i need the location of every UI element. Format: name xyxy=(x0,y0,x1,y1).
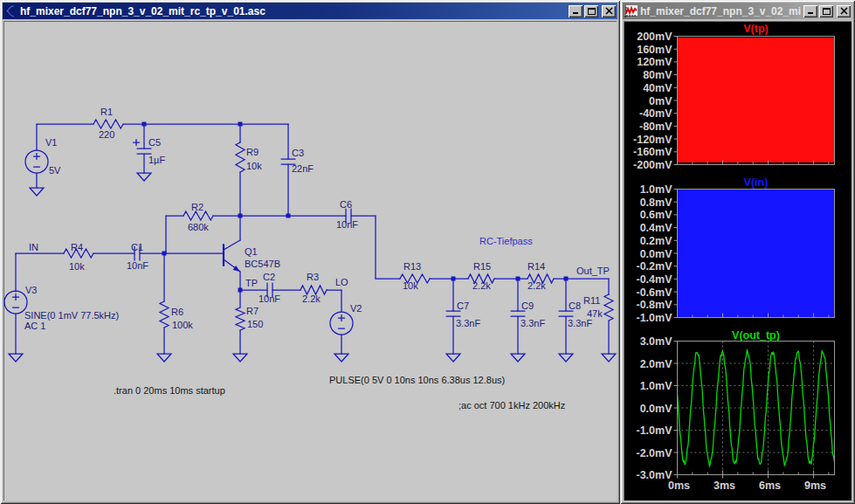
waveform-minimize-button[interactable] xyxy=(803,5,817,17)
label-v1-name: V1 xyxy=(45,137,57,148)
label-c1-value: 10nF xyxy=(127,260,148,271)
label-c7-value: 3.3nF xyxy=(456,318,480,328)
label-c9-name: C9 xyxy=(521,300,534,311)
y-tick-label: 2.0mV xyxy=(640,358,672,370)
y-tick-label: 40mV xyxy=(643,82,672,94)
label-r14-value: 2.2k xyxy=(527,280,546,291)
schematic-maximize-button[interactable] xyxy=(584,5,598,17)
y-tick-label: -200mV xyxy=(633,159,672,171)
emitter-arrow xyxy=(233,266,240,272)
label-c6-value: 10nF xyxy=(336,219,358,230)
resistor-R2-symbol[interactable] xyxy=(183,211,213,220)
schematic-close-button[interactable] xyxy=(602,5,616,17)
schematic-minimize-button[interactable] xyxy=(569,5,583,17)
transistor-Q1-symbol[interactable] xyxy=(224,216,240,272)
ground-symbol xyxy=(157,354,171,362)
label-c8-name: C8 xyxy=(569,300,581,311)
resistor-R6-symbol[interactable] xyxy=(160,301,169,328)
voltage-source-V1-symbol[interactable] xyxy=(25,150,48,173)
label-comment-rc-tiefpass: RC-Tiefpass xyxy=(479,236,533,246)
schematic-drawing: V15VR1220C51µFR910kC322nFR2680kC610nFQ1B… xyxy=(3,21,617,501)
resistor-R11-symbol[interactable] xyxy=(604,294,613,321)
y-tick-label: 0.6mV xyxy=(640,209,672,221)
junction-dot xyxy=(142,122,147,127)
capacitor-C8-symbol[interactable] xyxy=(559,311,573,316)
plot-pane-vin[interactable]: 1.0mV0.8mV0.6mV0.4mV0.2mV0.0mV-0.2mV-0.4… xyxy=(637,176,835,324)
label-c5-name: C5 xyxy=(148,137,161,148)
label-r6-value: 100k xyxy=(172,320,193,330)
label-r4-name: R4 xyxy=(71,242,83,252)
y-tick-label: 1.0mV xyxy=(640,183,672,196)
y-tick-label: -160mV xyxy=(633,146,672,158)
label-r6-name: R6 xyxy=(171,307,183,317)
minimize-icon xyxy=(807,7,815,15)
voltage-source-V2-symbol[interactable] xyxy=(330,312,353,335)
junction-dot xyxy=(452,277,456,281)
ground-symbol xyxy=(602,354,616,362)
close-icon xyxy=(605,7,613,15)
label-r7-name: R7 xyxy=(246,306,259,316)
waveform-maximize-button[interactable] xyxy=(819,5,833,17)
label-c7-name: C7 xyxy=(457,300,469,311)
junction-dot xyxy=(238,122,243,127)
junction-dot xyxy=(238,214,243,218)
plot-pane-vout_tp[interactable]: 3.0mV2.0mV1.0mV0.0mV-1.0mV-2.0mV-3.0mV0m… xyxy=(637,329,835,492)
pane-title-V(tp)[interactable]: V(tp) xyxy=(743,23,768,35)
schematic-canvas[interactable]: V15VR1220C51µFR910kC322nFR2680kC610nFQ1B… xyxy=(3,21,617,501)
y-tick-label: -80mV xyxy=(639,121,672,133)
resistor-R1-symbol[interactable] xyxy=(93,120,123,128)
label-r11-name: R11 xyxy=(583,295,600,306)
label-r15-name: R15 xyxy=(473,261,491,272)
pane-title-V(in)[interactable]: V(in) xyxy=(744,176,769,189)
label-r2-name: R2 xyxy=(191,202,203,212)
x-tick-label: 6ms xyxy=(759,480,781,492)
x-tick-label: 0ms xyxy=(668,480,690,492)
maximize-icon xyxy=(588,7,596,15)
ground-symbol xyxy=(511,354,525,362)
waveform-close-button[interactable] xyxy=(837,5,851,17)
close-icon xyxy=(840,7,848,15)
label-r2-value: 680k xyxy=(188,222,209,232)
y-tick-label: 200mV xyxy=(637,31,672,43)
label-r1-name: R1 xyxy=(100,107,113,117)
y-tick-label: 0.2mV xyxy=(640,235,672,247)
schematic-titlebar[interactable]: hf_mixer_dcf77_npn_3_v_02_mit_rc_tp_v_01… xyxy=(3,3,617,19)
y-tick-label: 1.0mV xyxy=(640,380,672,392)
plot-pane-vtp[interactable]: 200mV160mV120mV80mV40mV0mV-40mV-80mV-120… xyxy=(633,23,834,171)
y-tick-label: 160mV xyxy=(637,44,672,56)
capacitor-C7-symbol[interactable] xyxy=(446,311,460,316)
label-directive-tran: .tran 0 20ms 10ms startup xyxy=(114,385,225,396)
label-q1-value: BC547B xyxy=(245,259,280,269)
y-tick-label: 0.0mV xyxy=(640,403,672,415)
label-r13-value: 10k xyxy=(403,280,418,291)
pane-title-V(out_tp)[interactable]: V(out_tp) xyxy=(732,329,780,342)
trace-V(tp) xyxy=(678,38,834,162)
label-c8-value: 3.3nF xyxy=(568,318,592,328)
y-axis: 1.0mV0.8mV0.6mV0.4mV0.2mV0.0mV-0.2mV-0.4… xyxy=(637,183,678,324)
ground-symbol xyxy=(233,354,247,362)
label-r7-value: 150 xyxy=(247,319,263,329)
trace-V(in) xyxy=(678,190,834,318)
collector xyxy=(224,240,240,250)
capacitor-C9-symbol[interactable] xyxy=(511,311,525,316)
y-tick-label: -0.2mV xyxy=(637,260,673,273)
junction-dot xyxy=(516,277,521,281)
label-r3-value: 2.2k xyxy=(302,293,321,304)
waveform-window: hf_mixer_dcf77_npn_3_v_02_mi 200mV160mV1… xyxy=(620,0,855,504)
y-tick-label: -3.0mV xyxy=(637,469,673,481)
waveform-icon xyxy=(624,5,638,17)
y-tick-label: 3.0mV xyxy=(640,335,672,348)
resistor-R9-symbol[interactable] xyxy=(236,142,245,172)
waveform-titlebar[interactable]: hf_mixer_dcf77_npn_3_v_02_mi xyxy=(623,3,852,19)
waveform-canvas[interactable]: 200mV160mV120mV80mV40mV0mV-40mV-80mV-120… xyxy=(624,21,852,501)
y-tick-label: 0.4mV xyxy=(640,222,672,234)
grid xyxy=(678,342,835,475)
junction-dot xyxy=(564,277,569,281)
resistor-R7-symbol[interactable] xyxy=(236,307,245,330)
waveform-plots: 200mV160mV120mV80mV40mV0mV-40mV-80mV-120… xyxy=(624,21,852,501)
junction-dots xyxy=(142,122,569,293)
label-c2-value: 10nF xyxy=(259,293,280,304)
y-tick-label: 0mV xyxy=(649,95,672,107)
x-ticks xyxy=(693,471,829,475)
x-axis-labels: 0ms3ms6ms9ms xyxy=(668,475,826,493)
